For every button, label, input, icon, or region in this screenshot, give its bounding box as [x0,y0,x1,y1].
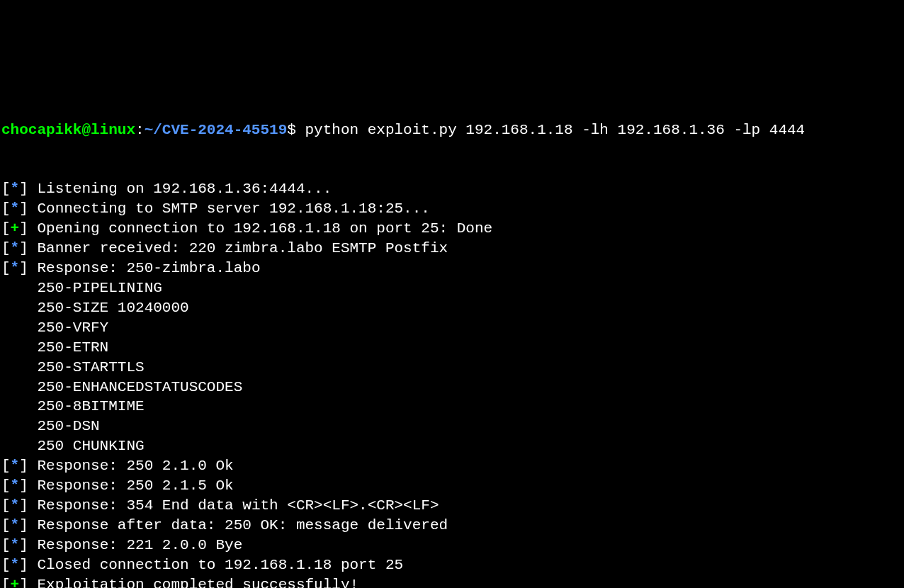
user-host: chocapikk@linux [1,120,135,140]
bracket-open: [ [1,456,11,476]
bracket-open: [ [1,179,11,199]
plus-icon: + [11,575,20,588]
bracket-close: ] [19,476,28,496]
asterisk-icon: * [11,536,20,555]
output-line: 250-STARTTLS [1,358,903,378]
output-line: [*] Response: 250-zimbra.labo [1,259,903,278]
output-text: Connecting to SMTP server 192.168.1.18:2… [28,199,430,219]
asterisk-icon: * [11,239,20,259]
asterisk-icon: * [11,259,20,278]
asterisk-icon: * [11,179,20,199]
asterisk-icon: * [11,555,20,575]
bracket-open: [ [1,476,11,496]
bracket-open: [ [1,575,11,588]
output-text: 250-8BITMIME [1,397,145,417]
asterisk-icon: * [11,496,20,516]
output-text: 250-SIZE 10240000 [1,298,189,318]
asterisk-icon: * [11,199,20,219]
output-line: [*] Response after data: 250 OK: message… [1,516,903,536]
bracket-open: [ [1,259,11,278]
bracket-open: [ [1,199,11,219]
output-line: [*] Closed connection to 192.168.1.18 po… [1,555,903,575]
output-text: 250-DSN [1,417,100,436]
output-line: [+] Exploitation completed successfully! [1,575,903,588]
output-text: Opening connection to 192.168.1.18 on po… [28,219,492,239]
output-line: 250-ENHANCEDSTATUSCODES [1,378,903,397]
output-text: 250-PIPELINING [1,278,162,298]
output-text: Listening on 192.168.1.36:4444... [28,179,332,199]
output-text: 250-ENHANCEDSTATUSCODES [1,378,242,397]
output-line: 250-ETRN [1,338,903,358]
terminal-output[interactable]: chocapikk@linux:~/CVE-2024-45519$ python… [1,81,903,588]
asterisk-icon: * [11,516,20,536]
output-line: 250-DSN [1,417,903,436]
output-line: [+] Opening connection to 192.168.1.18 o… [1,219,903,239]
output-text: Banner received: 220 zimbra.labo ESMTP P… [28,239,448,259]
bracket-close: ] [19,575,28,588]
bracket-close: ] [19,179,28,199]
bracket-close: ] [19,199,28,219]
bracket-open: [ [1,555,11,575]
output-text: Response: 354 End data with <CR><LF>.<CR… [28,496,439,516]
bracket-open: [ [1,496,11,516]
output-line: [*] Response: 250 2.1.0 Ok [1,456,903,476]
bracket-close: ] [19,555,28,575]
asterisk-icon: * [11,456,20,476]
output-text: Response: 250 2.1.5 Ok [28,476,234,496]
output-text: 250-STARTTLS [1,358,145,378]
command-text: python exploit.py 192.168.1.18 -lh 192.1… [296,120,805,140]
bracket-close: ] [19,219,28,239]
bracket-close: ] [19,239,28,259]
output-line: 250-VRFY [1,318,903,338]
bracket-close: ] [19,496,28,516]
bracket-open: [ [1,219,11,239]
output-line: 250-SIZE 10240000 [1,298,903,318]
bracket-close: ] [19,259,28,278]
output-text: 250-VRFY [1,318,108,338]
output-text: Closed connection to 192.168.1.18 port 2… [28,555,403,575]
output-line: 250-PIPELINING [1,278,903,298]
output-line: [*] Response: 354 End data with <CR><LF>… [1,496,903,516]
bracket-open: [ [1,239,11,259]
output-line: [*] Banner received: 220 zimbra.labo ESM… [1,239,903,259]
bracket-close: ] [19,456,28,476]
plus-icon: + [11,219,20,239]
output-line: [*] Listening on 192.168.1.36:4444... [1,179,903,199]
output-line: [*] Connecting to SMTP server 192.168.1.… [1,199,903,219]
asterisk-icon: * [11,476,20,496]
output-text: Response: 250 2.1.0 Ok [28,456,234,476]
output-line: 250 CHUNKING [1,436,903,456]
bracket-close: ] [19,536,28,555]
output-text: Exploitation completed successfully! [28,575,358,588]
bracket-close: ] [19,516,28,536]
bracket-open: [ [1,516,11,536]
current-path: ~/CVE-2024-45519 [145,120,288,140]
output-text: Response: 221 2.0.0 Bye [28,536,242,555]
output-text: 250 CHUNKING [1,436,145,456]
output-text: Response: 250-zimbra.labo [28,259,261,278]
output-line: 250-8BITMIME [1,397,903,417]
bracket-open: [ [1,536,11,555]
output-line: [*] Response: 221 2.0.0 Bye [1,536,903,555]
output-text: Response after data: 250 OK: message del… [28,516,448,536]
output-line: [*] Response: 250 2.1.5 Ok [1,476,903,496]
prompt-line-1: chocapikk@linux:~/CVE-2024-45519$ python… [1,120,903,140]
output-text: 250-ETRN [1,338,108,358]
